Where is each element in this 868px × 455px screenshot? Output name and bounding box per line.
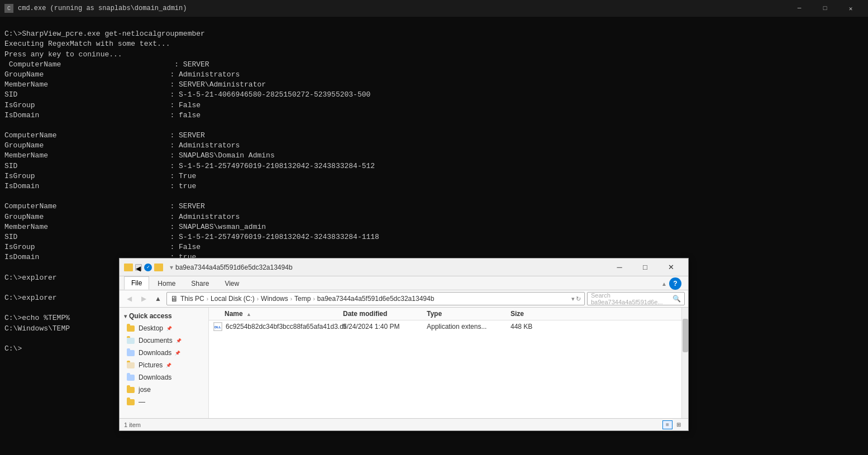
documents-folder-icon [126,336,135,345]
jose-folder-icon [126,385,135,394]
filelist-area: Name ▲ Date modified Type Size DLL [209,308,681,418]
pin-icon-desktop: 📌 [166,326,172,331]
details-view-btn[interactable]: ≡ [662,420,673,429]
table-row[interactable]: DLL 6c9254b82dc34bf3bcc88fa65afa41d3.dll… [209,320,681,333]
breadcrumb-thispc: This PC [180,295,204,303]
sidebar-label-documents: Documents [139,337,173,344]
cmd-maximize-button[interactable]: □ [812,0,838,17]
explorer-title-text: ba9ea7344a4a5f591d6e5dc32a13494b [175,264,607,271]
sidebar-label-desktop: Desktop [139,324,163,332]
file-type-cell: Application extens... [427,323,511,331]
address-refresh-btn[interactable]: ↻ [576,295,581,303]
cmd-minimize-button[interactable]: ─ [786,0,812,17]
sidebar-item-downloads2[interactable]: Downloads [120,371,208,384]
pin-icon-downloads: 📌 [175,351,180,356]
sidebar-label-pictures: Pictures [139,361,163,369]
sidebar-item-desktop[interactable]: Desktop 📌 [120,322,208,334]
cmd-window-controls: ─ □ ✕ [786,0,864,17]
up-button[interactable]: ▲ [152,293,164,305]
back-title-icon: ◀ [135,264,142,271]
explorer-maximize-button[interactable]: □ [632,259,658,276]
folder-title-icon2 [154,264,163,271]
status-item-count: 1 item [124,422,141,428]
desktop-folder-icon [126,324,135,333]
title-separator: ▾ [170,264,173,271]
sidebar-item-more[interactable]: — [120,396,208,408]
address-dropdown-btn[interactable]: ▾ [571,295,575,303]
sidebar-item-downloads[interactable]: Downloads 📌 [120,347,208,359]
view-switcher: ≡ ⊞ [662,420,684,429]
breadcrumb-folder: ba9ea7344a4a5f591d6e5dc32a13494b [317,295,435,303]
file-name: 6c9254b82dc34bf3bcc88fa65afa41d3.dll [226,323,346,331]
col-header-size[interactable]: Size [511,310,555,318]
cmd-title: cmd.exe (running as snaplabs\domain_admi… [18,4,786,12]
sidebar-label-jose: jose [139,386,151,394]
address-bar[interactable]: 🖥 This PC › Local Disk (C:) › Windows › … [166,292,585,305]
pin-icon-pictures: 📌 [166,363,171,368]
sidebar-item-jose[interactable]: jose [120,384,208,396]
search-box[interactable]: Search ba9ea7344a4a5f591d6e... 🔍 [587,292,685,305]
tab-view[interactable]: View [217,277,246,290]
explorer-statusbar: 1 item ≡ ⊞ [120,418,688,430]
explorer-main: ▾ Quick access Desktop 📌 Documents 📌 [120,308,688,418]
explorer-sidebar: ▾ Quick access Desktop 📌 Documents 📌 [120,308,209,418]
explorer-titlebar: ◀ ✓ ▾ ba9ea7344a4a5f591d6e5dc32a13494b ─… [120,258,688,276]
folder-title-icon [124,264,133,271]
explorer-ribbon: File Home Share View ▲ ? [120,276,688,290]
sidebar-label-downloads2: Downloads [139,373,171,381]
tab-file[interactable]: File [124,276,149,290]
file-list: DLL 6c9254b82dc34bf3bcc88fa65afa41d3.dll… [209,320,681,418]
file-size-cell: 448 KB [511,323,555,331]
forward-button[interactable]: ▶ [137,293,150,305]
downloads-folder-icon [126,348,135,357]
dll-file-icon: DLL [213,322,222,331]
tab-share[interactable]: Share [184,277,216,290]
filelist-header: Name ▲ Date modified Type Size [209,308,681,320]
scrollbar-thumb[interactable] [683,319,688,352]
sidebar-label-downloads: Downloads [139,349,171,357]
quick-access-header[interactable]: ▾ Quick access [120,310,208,322]
back-button[interactable]: ◀ [123,293,135,305]
tab-home[interactable]: Home [150,277,183,290]
downloads2-folder-icon [126,373,135,382]
cmd-icon: C [4,4,13,13]
cmd-close-button[interactable]: ✕ [838,0,864,17]
explorer-titlebar-icons: ◀ ✓ [124,264,163,271]
search-placeholder: Search ba9ea7344a4a5f591d6e... [591,292,673,305]
explorer-addressbar: ◀ ▶ ▲ 🖥 This PC › Local Disk (C:) › Wind… [120,290,688,308]
cmd-titlebar: C cmd.exe (running as snaplabs\domain_ad… [0,0,868,17]
pictures-folder-icon [126,361,135,370]
svg-text:DLL: DLL [214,325,221,329]
large-icons-view-btn[interactable]: ⊞ [674,420,684,429]
col-header-name[interactable]: Name ▲ [209,310,343,318]
search-icon: 🔍 [673,295,681,303]
ribbon-collapse-btn[interactable]: ▲ [661,281,667,287]
explorer-window-controls: ─ □ ✕ [607,259,684,276]
ribbon-tabs: File Home Share View ▲ ? [120,276,688,290]
scrollbar[interactable] [681,308,688,418]
quick-access-arrow: ▾ [124,313,127,319]
quick-access-label: Quick access [129,312,172,320]
sidebar-label-more: — [139,398,145,406]
breadcrumb-temp: Temp [294,295,311,303]
breadcrumb-localdisk: Local Disk (C:) [211,295,255,303]
more-folder-icon [126,397,135,406]
col-header-type[interactable]: Type [427,310,511,318]
pin-icon-documents: 📌 [176,338,182,343]
file-date-cell: 5/24/2024 1:40 PM [343,323,427,331]
sidebar-item-documents[interactable]: Documents 📌 [120,334,208,347]
explorer-close-button[interactable]: ✕ [658,259,684,276]
breadcrumb-windows: Windows [261,295,288,303]
col-header-date[interactable]: Date modified [343,310,427,318]
sidebar-item-pictures[interactable]: Pictures 📌 [120,359,208,371]
explorer-window: ◀ ✓ ▾ ba9ea7344a4a5f591d6e5dc32a13494b ─… [119,258,689,431]
explorer-minimize-button[interactable]: ─ [607,259,632,276]
help-button[interactable]: ? [669,277,681,290]
file-name-cell: DLL 6c9254b82dc34bf3bcc88fa65afa41d3.dll [209,322,343,331]
checkmark-title-icon: ✓ [144,264,152,271]
